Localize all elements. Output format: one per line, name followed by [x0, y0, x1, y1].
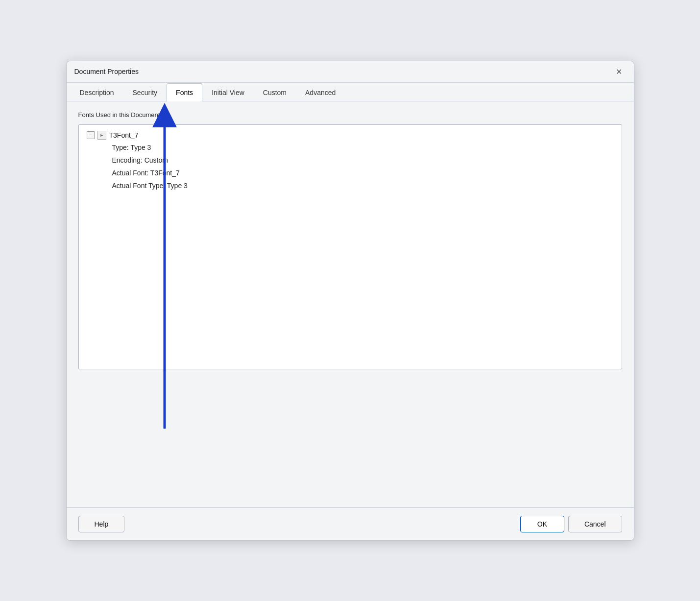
- tab-fonts[interactable]: Fonts: [167, 83, 202, 101]
- collapse-button[interactable]: −: [87, 131, 95, 139]
- tab-advanced[interactable]: Advanced: [296, 83, 345, 101]
- footer-right: OK Cancel: [520, 516, 622, 532]
- help-button[interactable]: Help: [78, 516, 125, 532]
- tab-content-fonts: Fonts Used in this Document − F T3Font_7…: [67, 101, 634, 507]
- tab-initial-view[interactable]: Initial View: [202, 83, 254, 101]
- font-type-icon: F: [97, 131, 106, 140]
- cancel-button[interactable]: Cancel: [568, 516, 622, 532]
- fonts-section-label: Fonts Used in this Document: [78, 111, 622, 119]
- font-actual-font-property: Actual Font: T3Font_7: [112, 169, 614, 177]
- font-tree-root: − F T3Font_7 Type: Type 3 Encoding: Cust…: [87, 131, 614, 190]
- document-properties-dialog: Document Properties ✕ Description Securi…: [66, 61, 634, 541]
- close-button[interactable]: ✕: [612, 65, 626, 78]
- dialog-footer: Help OK Cancel: [67, 507, 634, 540]
- font-encoding-property: Encoding: Custom: [112, 156, 614, 164]
- dialog-title: Document Properties: [74, 68, 139, 75]
- font-properties-list: Type: Type 3 Encoding: Custom Actual Fon…: [87, 144, 614, 190]
- tab-bar: Description Security Fonts Initial View …: [67, 83, 634, 101]
- title-bar: Document Properties ✕: [67, 61, 634, 83]
- tab-description[interactable]: Description: [71, 83, 123, 101]
- font-name: T3Font_7: [109, 131, 139, 139]
- ok-button[interactable]: OK: [520, 516, 564, 532]
- font-actual-font-type-property: Actual Font Type: Type 3: [112, 182, 614, 190]
- font-tree-box: − F T3Font_7 Type: Type 3 Encoding: Cust…: [78, 124, 622, 369]
- tab-security[interactable]: Security: [123, 83, 167, 101]
- footer-left: Help: [78, 516, 125, 532]
- font-node-header: − F T3Font_7: [87, 131, 614, 140]
- tab-custom[interactable]: Custom: [254, 83, 296, 101]
- font-type-property: Type: Type 3: [112, 144, 614, 151]
